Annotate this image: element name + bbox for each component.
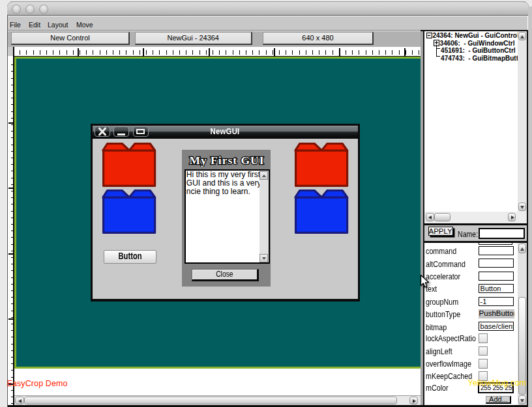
svg-text:My First GUI: My First GUI	[189, 154, 264, 167]
